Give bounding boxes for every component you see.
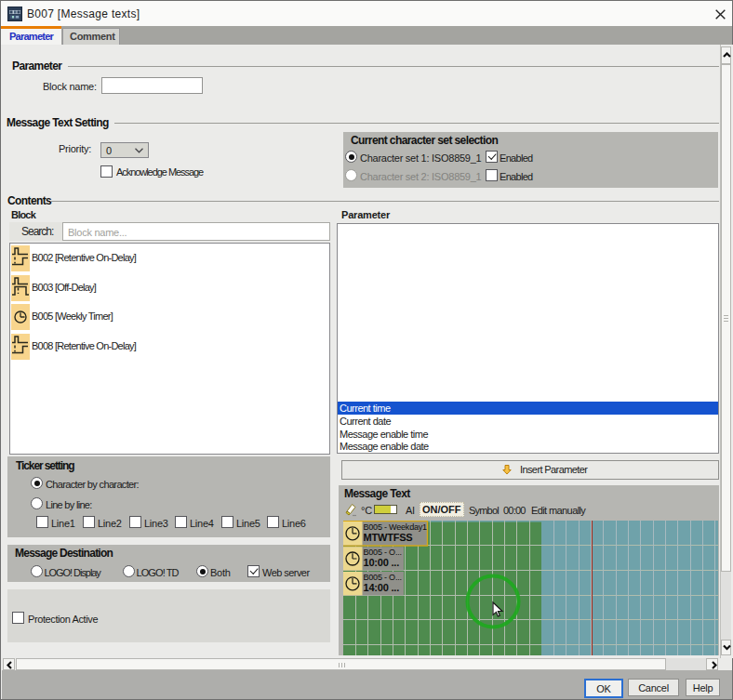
svg-text:10:00 ...: 10:00 ... xyxy=(364,557,400,568)
svg-text:B005 - Weekday1: B005 - Weekday1 xyxy=(364,522,428,532)
svg-text:B005 - O...: B005 - O... xyxy=(364,573,402,582)
svg-text:14:00 ...: 14:00 ... xyxy=(364,582,400,593)
svg-text:MTWTFSS: MTWTFSS xyxy=(364,532,413,543)
svg-text:B005 - O...: B005 - O... xyxy=(364,548,402,557)
